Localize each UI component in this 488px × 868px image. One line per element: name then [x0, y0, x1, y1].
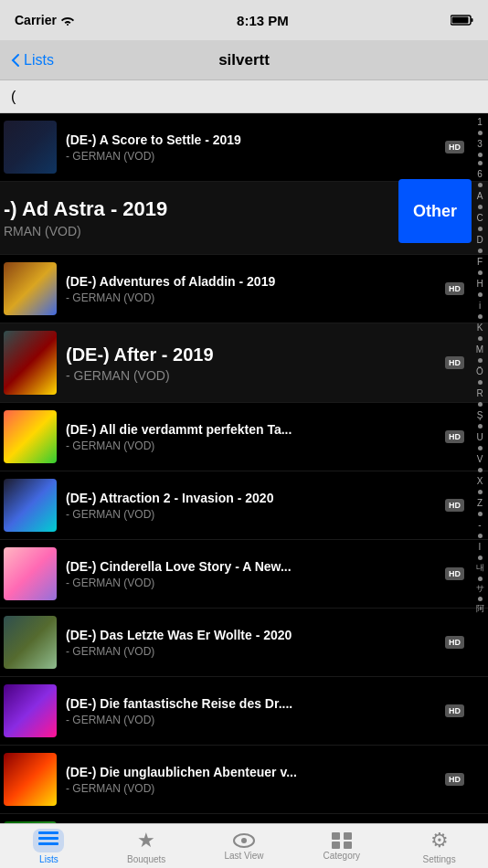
index-u[interactable]: U: [472, 430, 488, 444]
item-title: (DE-) Cinderella Love Story - A New...: [66, 559, 438, 574]
index-i[interactable]: i: [472, 299, 488, 312]
index-dot: [478, 227, 483, 231]
svg-rect-12: [344, 842, 352, 849]
item-info: (DE-) Cinderella Love Story - A New... -…: [66, 559, 438, 589]
carrier-label: Carrier: [15, 13, 75, 27]
index-a[interactable]: A: [472, 189, 488, 203]
index-japanese[interactable]: サ: [472, 583, 488, 596]
item-title: (DE-) Attraction 2 - Invasion - 2020: [66, 491, 438, 505]
index-dot: [478, 402, 483, 407]
list-item[interactable]: (DE-) Die fantastische Reise des Dr.... …: [0, 677, 488, 746]
svg-rect-11: [332, 842, 340, 849]
item-subtitle: - GERMAN (VOD): [66, 577, 438, 589]
tab-lists[interactable]: Lists: [0, 824, 98, 868]
nav-bar: Lists silvertt: [0, 40, 488, 80]
index-x[interactable]: X: [472, 474, 488, 488]
index-z[interactable]: Z: [472, 496, 488, 510]
list-item[interactable]: (DE-) A Score to Settle - 2019 - GERMAN …: [0, 113, 488, 182]
index-o[interactable]: Ö: [472, 365, 488, 378]
svg-rect-4: [38, 831, 58, 834]
list-item[interactable]: (DE-) Attraction 2 - Invasion - 2020 - G…: [0, 471, 488, 540]
index-dot: [478, 249, 483, 253]
index-i2[interactable]: I: [472, 540, 488, 554]
item-info: (DE-) Das Letzte Was Er Wollte - 2020 - …: [66, 628, 438, 658]
index-dot: [478, 424, 483, 429]
index-dash[interactable]: -: [472, 518, 488, 532]
tab-bar: Lists ★ Bouquets Last View Category ⚙ Se…: [0, 823, 488, 868]
index-6[interactable]: 6: [472, 167, 488, 181]
wifi-icon: [60, 15, 75, 26]
back-label: Lists: [24, 52, 54, 69]
index-dot: [478, 161, 483, 165]
index-dot: [478, 446, 483, 450]
other-popup: Other: [398, 179, 472, 243]
item-subtitle: - GERMAN (VOD): [66, 645, 438, 658]
index-m[interactable]: M: [472, 343, 488, 356]
svg-rect-9: [332, 832, 340, 840]
index-h[interactable]: H: [472, 277, 488, 291]
settings-icon: ⚙: [430, 829, 449, 852]
bouquets-icon: ★: [137, 829, 155, 852]
hd-badge: HD: [445, 499, 464, 512]
tab-bouquets[interactable]: ★ Bouquets: [98, 824, 196, 868]
index-1[interactable]: 1: [472, 115, 488, 129]
tab-bouquets-label: Bouquets: [127, 854, 165, 864]
item-info: (DE-) Attraction 2 - Invasion - 2020 - G…: [66, 491, 438, 521]
hd-badge: HD: [445, 636, 464, 649]
list-item[interactable]: (DE-) Das Letzte Was Er Wollte - 2020 - …: [0, 609, 488, 677]
svg-point-0: [67, 24, 69, 26]
item-thumbnail: [4, 616, 57, 669]
index-k[interactable]: K: [472, 321, 488, 334]
index-chinese[interactable]: 阿: [472, 603, 488, 616]
index-sidebar[interactable]: 1 3 6 A C D F H i K M Ö R Ş U V X Z: [472, 113, 488, 618]
item-title: (DE-) A Score to Settle - 2019: [66, 132, 438, 147]
item-subtitle: - GERMAN (VOD): [66, 439, 438, 452]
list-item[interactable]: (DE-) Adventures of Aladdin - 2019 - GER…: [0, 255, 488, 323]
item-info: -) Ad Astra - 2019 RMAN (VOD): [4, 197, 438, 238]
back-button[interactable]: Lists: [11, 52, 54, 69]
tab-settings[interactable]: ⚙ Settings: [390, 824, 488, 868]
index-s[interactable]: Ş: [472, 408, 488, 422]
item-info: (DE-) Die unglaublichen Abenteuer v... -…: [66, 765, 438, 795]
item-subtitle: - GERMAN (VOD): [66, 291, 438, 304]
item-thumbnail: [4, 410, 57, 463]
content-list: Other 1 3 6 A C D F H i K M Ö R Ş U V: [0, 113, 488, 823]
item-subtitle: - GERMAN (VOD): [66, 368, 438, 383]
tab-lists-icon-bg: [33, 829, 64, 852]
index-v[interactable]: V: [472, 452, 488, 466]
hd-badge: HD: [445, 773, 464, 786]
battery-icon: [451, 15, 473, 26]
svg-rect-3: [452, 17, 469, 24]
index-f[interactable]: F: [472, 255, 488, 269]
svg-rect-2: [472, 18, 473, 22]
item-thumbnail: [4, 331, 57, 395]
item-thumbnail: [4, 684, 57, 737]
item-title: -) Ad Astra - 2019: [4, 197, 438, 221]
index-dot: [478, 183, 483, 187]
index-korean[interactable]: 내: [472, 562, 488, 575]
item-info: (DE-) All die verdammt perfekten Ta... -…: [66, 422, 438, 452]
item-info: (DE-) A Score to Settle - 2019 - GERMAN …: [66, 132, 438, 163]
index-d[interactable]: D: [472, 233, 488, 247]
list-item[interactable]: (DE-) Dragon Quest: Your Story - 2020 - …: [0, 814, 488, 823]
item-thumbnail: [4, 547, 57, 600]
index-dot: [478, 380, 483, 385]
item-thumbnail: [4, 753, 57, 806]
search-input[interactable]: [11, 89, 477, 105]
tab-category-label: Category: [324, 851, 361, 861]
index-c[interactable]: C: [472, 211, 488, 225]
tab-category[interactable]: Category: [292, 824, 390, 868]
list-item[interactable]: (DE-) Die unglaublichen Abenteuer v... -…: [0, 746, 488, 814]
list-item[interactable]: (DE-) After - 2019 - GERMAN (VOD) HD: [0, 323, 488, 403]
list-item[interactable]: (DE-) Cinderella Love Story - A New... -…: [0, 540, 488, 609]
svg-rect-10: [344, 832, 352, 840]
item-subtitle: RMAN (VOD): [4, 224, 438, 238]
tab-lastview[interactable]: Last View: [196, 824, 293, 868]
category-icon: [332, 832, 352, 849]
status-bar: Carrier 8:13 PM: [0, 0, 488, 40]
index-r[interactable]: R: [472, 386, 488, 400]
item-subtitle: - GERMAN (VOD): [66, 782, 438, 795]
list-item[interactable]: (DE-) All die verdammt perfekten Ta... -…: [0, 403, 488, 471]
lastview-icon: [233, 832, 255, 849]
index-3[interactable]: 3: [472, 137, 488, 151]
